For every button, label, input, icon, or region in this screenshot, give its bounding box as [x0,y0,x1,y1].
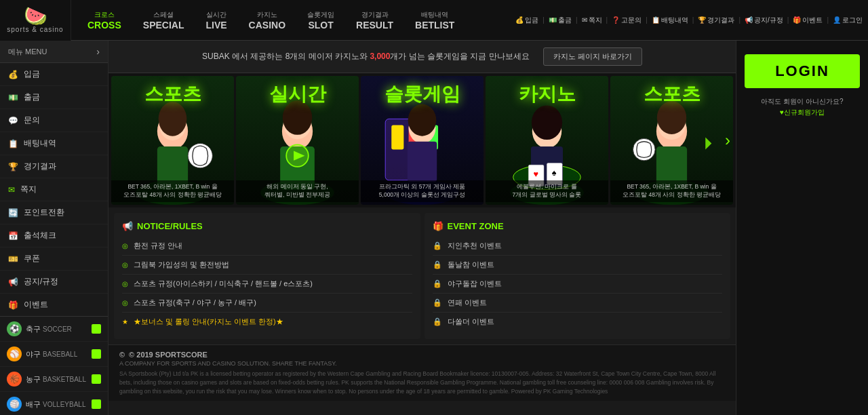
notice-item-4[interactable]: ◎ 스포츠 규정(축구 / 야구 / 농구 / 배구) [122,294,412,313]
basketball-live-badge [92,374,101,384]
soccer-live-badge [92,324,101,334]
card5-title: 스포츠 [644,83,701,104]
lock-icon-3: 🔒 [433,279,442,288]
card5-desc: BET 365, 아라본, 1XBET, B win 을 오즈포탈 48개 사의… [614,183,729,199]
baseball-ball-icon: ⚾ [7,347,22,361]
lock-icon-2: 🔒 [433,260,442,269]
header-login-btn[interactable]: 👤 로그인 [833,16,863,25]
cat-card-casino[interactable]: ♥ ♠ 카지노 에볼루션, 마이크로 를 7개의 글로벌 명사의 슬롯 [486,76,608,205]
sidebar-item-baseball[interactable]: ⚾ 야구 BASEBALL [0,342,108,367]
sidebar-item-rules[interactable]: 📢 공지/규정 [0,271,108,294]
header-gameresult-btn[interactable]: 🏆 경기결과 [698,16,734,25]
soccer-ball-icon: ⚽ [7,321,22,336]
message-icon: ✉ [8,185,15,195]
sidebar-item-points[interactable]: 🔄 포인트전환 [0,201,108,224]
event-icon: 🎁 [8,300,18,310]
login-big-btn[interactable]: LOGIN [745,54,860,88]
event-item-5[interactable]: 🔒 다쏠더 이벤트 [433,313,723,331]
notice-icon: 📢 [122,221,133,231]
notice-item-5[interactable]: ★ ★보너스 및 롤링 안내(카지노 이벤트 한정)★ [122,313,412,331]
nav-betlist[interactable]: 배팅내역 BETLIST [406,10,464,31]
svg-point-19 [408,104,437,136]
lock-icon-1: 🔒 [433,241,442,250]
sidebar-item-inquiry[interactable]: 💬 문의 [0,109,108,132]
header-notice-btn[interactable]: 📢 공지/규정 [745,16,783,25]
nav-live[interactable]: 실시간 LIVE [196,10,236,31]
withdraw-icon: 💵 [8,93,18,102]
event-item-1[interactable]: 🔒 지인추천 이벤트 [433,237,723,256]
nav-slot[interactable]: 슬롯게임 SLOT [298,10,344,31]
header-inquiry-btn[interactable]: ❓ 고문의 [612,16,642,25]
header: 🍉 sports & casino 크로스 CROSS 스페셜 SPECIAL … [0,0,868,41]
footer: © © 2019 SPORTSCORE A COMPANY FOR SPORTS… [108,344,736,401]
svg-point-24 [532,105,562,140]
header-withdraw-btn[interactable]: 💵 출금 [549,16,572,25]
points-icon: 🔄 [8,208,18,218]
sidebar-item-soccer[interactable]: ⚽ 축구 SOCCER [0,317,108,342]
card1-title: 스포츠 [144,83,201,104]
header-right: 💰 입금 | 💵 출금 | ✉ 쪽지 | ❓ 고문의 | 📋 배팅내역 | 🏆 … [515,16,868,25]
notice-item-2[interactable]: ◎ 그림북 가입성의 및 환전방법 [122,256,412,275]
notice-title: 📢 NOTICE/RULES [122,221,412,231]
footer-body: SA Sportsbook (Pty) Ltd t/a PK is a lice… [119,370,725,395]
lock-icon-5: 🔒 [433,317,442,326]
info-row: 📢 NOTICE/RULES ◎ 환전 규정 안내 ◎ 그림북 가입성의 및 환… [108,208,736,344]
attendance-icon: 📅 [8,231,18,241]
cat-card-live[interactable]: 실시간 해외 메이저 동일 구현, 쿼터별, 미반별 전부제공 [236,76,359,205]
svg-rect-20 [408,142,437,182]
header-message-btn[interactable]: ✉ 쪽지 [582,16,602,25]
event-title-icon: 🎁 [433,221,443,231]
notice-item-3[interactable]: ◎ 스포츠 규정(아이스하키 / 미식축구 / 핸드볼 / e스포츠) [122,275,412,294]
menu-label: 메뉴 MENU [8,47,47,57]
baseball-live-badge [92,349,101,359]
sidebar-item-basketball[interactable]: 🏀 농구 BASKETBALL [0,367,108,392]
card2-desc: 해외 메이저 동일 구현, 쿼터별, 미반별 전부제공 [240,183,355,199]
nav-cross[interactable]: 크로스 CROSS [78,10,131,31]
volleyball-name: 배구 VOLLEYBALL [26,399,92,410]
sidebar-item-message[interactable]: ✉ 쪽지 [0,178,108,201]
svg-text:♥: ♥ [534,170,539,179]
sidebar-item-attendance[interactable]: 📅 출석체크 [0,224,108,248]
volleyball-ball-icon: 🏐 [7,397,22,412]
sidebar-item-volleyball[interactable]: 🏐 배구 VOLLEYBALL [0,392,108,415]
notice-item-1[interactable]: ◎ 환전 규정 안내 [122,237,412,256]
cat-card-sports1[interactable]: 스포츠 BET 365, 아라본, 1XBET, B win 을 오즈포탈 48… [111,76,234,205]
cat-card-sports2[interactable]: 스포츠 BET 365, 아라본, 1XBET, B win 을 오즈포탈 48… [610,76,733,205]
event-item-2[interactable]: 🔒 돌날참 이벤트 [433,256,723,275]
main-nav: 크로스 CROSS 스페셜 SPECIAL 실시간 LIVE 카지노 CASIN… [71,10,515,31]
sidebar-item-deposit[interactable]: 💰 입금 [0,63,108,86]
sidebar-item-withdraw[interactable]: 💵 출금 [0,86,108,109]
card3-title: 슬롯게임 [384,83,460,104]
sidebar: 메뉴 MENU › 💰 입금 💵 출금 💬 문의 📋 배팅내역 🏆 경기결과 ✉… [0,41,108,415]
cards-row: 스포츠 BET 365, 아라본, 1XBET, B win 을 오즈포탈 48… [108,73,736,208]
cat-card-slot[interactable]: 슬롯게임 프라그마틱 외 57개 게임사 제품 5,000개 이상의 슬롯선 게… [361,76,484,205]
logo[interactable]: 🍉 sports & casino [0,0,71,41]
header-deposit-btn[interactable]: 💰 입금 [515,16,538,25]
signup-link[interactable]: ♥신규회원가입 [780,108,825,116]
lock-icon-4: 🔒 [433,298,442,307]
card3-desc: 프라그마틱 외 57개 게임사 제품 5,000개 이상의 슬롯선 게임구성 [365,183,479,199]
nav-result[interactable]: 경기결과 RESULT [347,10,403,31]
banner-text: SUBAK 에서 제공하는 8개의 메이저 카지노와 3,000개가 넘는 슬롯… [202,51,530,62]
header-event-btn[interactable]: 🎁 이벤트 [793,16,823,25]
header-bethistory-btn[interactable]: 📋 배팅내역 [652,16,688,25]
circle-icon-1: ◎ [122,242,128,250]
event-section: 🎁 EVENT ZONE 🔒 지인추천 이벤트 🔒 돌날참 이벤트 🔒 야구돌잡… [425,213,731,339]
circle-icon-3: ◎ [122,280,128,288]
circle-icon-2: ◎ [122,261,128,269]
nav-special[interactable]: 스페셜 SPECIAL [134,10,194,31]
card4-title: 카지노 [519,83,576,104]
gameresult-icon: 🏆 [8,162,18,172]
sidebar-item-coupon[interactable]: 🎫 쿠폰 [0,248,108,271]
sidebar-item-gameresult[interactable]: 🏆 경기결과 [0,155,108,178]
right-panel: LOGIN 아직도 회원이 아니신가요? ♥신규회원가입 [736,41,868,415]
baseball-name: 야구 BASEBALL [26,349,92,359]
casino-page-btn[interactable]: 카지노 페이지 바로가기 [543,47,642,66]
svg-rect-15 [391,125,403,149]
nav-casino[interactable]: 카지노 CASINO [239,10,295,31]
event-item-3[interactable]: 🔒 야구돌잡 이벤트 [433,275,723,294]
sidebar-item-bethistory[interactable]: 📋 배팅내역 [0,132,108,155]
sidebar-item-event[interactable]: 🎁 이벤트 [0,294,108,317]
event-item-4[interactable]: 🔒 연패 이벤트 [433,294,723,313]
main-content: SUBAK 에서 제공하는 8개의 메이저 카지노와 3,000개가 넘는 슬롯… [108,41,736,415]
